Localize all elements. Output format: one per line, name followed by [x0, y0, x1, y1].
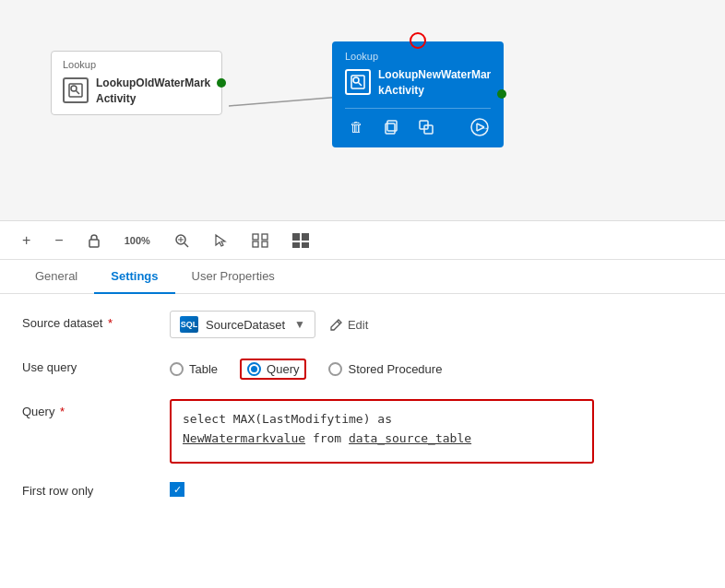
- db-icon: SQL: [180, 316, 198, 333]
- run-icon[interactable]: →: [469, 116, 491, 138]
- select-button[interactable]: [209, 231, 232, 250]
- lookup-icon-active: [345, 69, 371, 95]
- source-dataset-dropdown[interactable]: SQL SourceDataset ▼: [170, 311, 315, 338]
- fit-button[interactable]: [171, 231, 193, 250]
- use-query-label: Use query: [22, 355, 170, 374]
- source-dataset-control: SQL SourceDataset ▼ Edit: [170, 311, 703, 338]
- action-icons-row: 🗑 →: [345, 108, 491, 138]
- zoom-100-button[interactable]: 100%: [121, 233, 154, 248]
- tabs-bar: General Settings User Properties: [0, 260, 725, 294]
- query-control: select MAX(LastModifytime) as NewWaterma…: [170, 399, 703, 464]
- duplicate-icon[interactable]: [415, 116, 437, 138]
- radio-group: Table Query Stored Procedure: [170, 355, 703, 380]
- source-dataset-value: SourceDataset: [206, 318, 285, 332]
- svg-rect-21: [253, 234, 258, 240]
- radio-circle-table: [170, 362, 184, 376]
- svg-point-2: [71, 86, 77, 91]
- checkmark-icon: ✓: [173, 485, 182, 495]
- lookup-old-watermark-node[interactable]: Lookup LookupOldWaterMarkActivity: [51, 51, 222, 115]
- source-dataset-label: Source dataset *: [22, 311, 170, 330]
- inactive-node-name: LookupOldWaterMarkActivity: [96, 76, 210, 107]
- query-table: data_source_table: [349, 431, 471, 445]
- first-row-only-row: First row only ✓: [22, 478, 703, 508]
- svg-point-5: [353, 77, 359, 83]
- red-circle-indicator: [410, 32, 426, 49]
- query-new-watermark: NewWatermarkvalue: [183, 431, 305, 445]
- active-node-name: LookupNewWaterMarkActivity: [378, 67, 491, 99]
- lock-button[interactable]: [84, 231, 104, 250]
- radio-circle-stored-procedure: [328, 362, 342, 376]
- svg-line-0: [229, 97, 341, 106]
- edit-label: Edit: [348, 318, 368, 332]
- tab-user-properties[interactable]: User Properties: [175, 260, 291, 294]
- radio-stored-procedure[interactable]: Stored Procedure: [328, 362, 442, 376]
- lookup-new-watermark-node[interactable]: Lookup LookupNewWaterMarkActivity 🗑: [332, 41, 504, 147]
- tab-settings[interactable]: Settings: [94, 260, 174, 294]
- radio-table[interactable]: Table: [170, 362, 218, 376]
- svg-rect-23: [253, 241, 258, 247]
- radio-label-table: Table: [189, 362, 218, 376]
- svg-line-3: [77, 91, 80, 95]
- query-line1: select MAX(LastModifytime) as: [183, 412, 392, 426]
- svg-rect-27: [292, 242, 300, 248]
- canvas-area: Lookup LookupOldWaterMarkActivity Lookup: [0, 0, 725, 221]
- inactive-node-header: Lookup: [63, 59, 210, 70]
- svg-line-6: [359, 83, 362, 87]
- first-row-checkbox-wrapper: ✓: [170, 478, 703, 497]
- zoom-in-button[interactable]: +: [18, 230, 34, 251]
- copy-icon[interactable]: [380, 116, 402, 138]
- radio-query-highlight[interactable]: Query: [240, 359, 306, 380]
- svg-line-18: [184, 243, 188, 247]
- edit-link[interactable]: Edit: [330, 318, 368, 332]
- svg-rect-26: [302, 233, 309, 241]
- toolbar: + − 100%: [0, 221, 725, 260]
- query-text-box[interactable]: select MAX(LastModifytime) as NewWaterma…: [170, 399, 594, 464]
- svg-rect-24: [262, 241, 267, 247]
- radio-label-query: Query: [267, 362, 299, 376]
- svg-rect-25: [292, 233, 300, 241]
- zoom-out-button[interactable]: −: [51, 230, 66, 251]
- delete-icon[interactable]: 🗑: [345, 116, 367, 138]
- query-row: Query * select MAX(LastModifytime) as Ne…: [22, 399, 703, 464]
- lookup-icon-inactive: [63, 77, 89, 103]
- first-row-only-control: ✓: [170, 478, 703, 497]
- svg-rect-22: [262, 234, 267, 240]
- svg-rect-16: [89, 240, 99, 247]
- source-dataset-row: Source dataset * SQL SourceDataset ▼ Edi…: [22, 311, 703, 340]
- connector-dot-active: [497, 89, 506, 99]
- first-row-checkbox[interactable]: ✓: [170, 482, 184, 497]
- first-row-only-label: First row only: [22, 478, 170, 498]
- dropdown-chevron: ▼: [294, 318, 305, 331]
- use-query-control: Table Query Stored Procedure: [170, 355, 703, 380]
- use-query-row: Use query Table Query Stored Procedure: [22, 355, 703, 384]
- more-button[interactable]: [289, 231, 313, 250]
- query-label: Query *: [22, 399, 170, 418]
- edit-icon: [330, 318, 343, 331]
- settings-form: Source dataset * SQL SourceDataset ▼ Edi…: [0, 294, 725, 539]
- svg-text:→: →: [481, 123, 489, 133]
- active-node-header: Lookup: [345, 51, 491, 62]
- radio-label-stored-procedure: Stored Procedure: [348, 362, 442, 376]
- svg-rect-28: [302, 242, 309, 248]
- connector-dot-inactive: [217, 78, 226, 88]
- tab-general[interactable]: General: [18, 260, 94, 294]
- query-from: from: [305, 431, 349, 445]
- radio-circle-query: [247, 362, 261, 376]
- required-star-source: *: [104, 316, 113, 330]
- layout-button[interactable]: [248, 231, 272, 250]
- required-star-query: *: [56, 405, 65, 418]
